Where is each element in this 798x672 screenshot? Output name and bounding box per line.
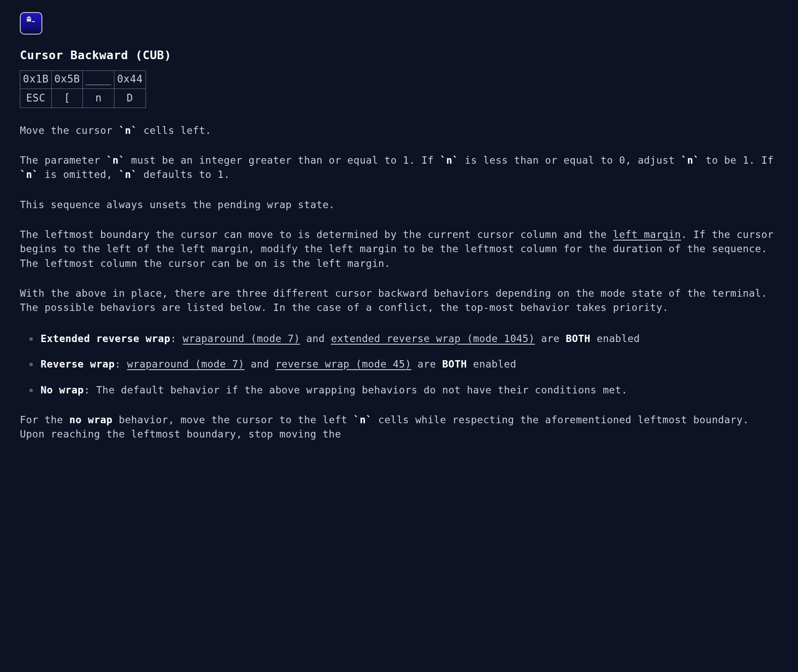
code-n: `n` [119, 169, 137, 180]
para-left-margin: The leftmost boundary the cursor can mov… [20, 228, 778, 271]
no-wrap-label: no wrap [69, 414, 112, 425]
seq-hex-bracket: 0x5B [51, 71, 83, 89]
link-left-margin[interactable]: left margin [613, 229, 681, 240]
behavior-list: Extended reverse wrap: wraparound (mode … [20, 331, 778, 397]
page: Cursor Backward (CUB) 0x1B 0x5B ____ 0x4… [0, 0, 798, 442]
link-mode-45[interactable]: reverse wrap (mode 45) [276, 358, 412, 370]
list-item: No wrap: The default behavior if the abo… [39, 382, 778, 397]
beh-ext-rev-wrap: Extended reverse wrap [41, 333, 170, 344]
para-no-wrap: For the no wrap behavior, move the curso… [20, 413, 778, 442]
seq-chr-param: n [83, 89, 114, 108]
app-logo-link[interactable] [20, 12, 42, 35]
list-item: Reverse wrap: wraparound (mode 7) and re… [39, 356, 778, 371]
page-title: Cursor Backward (CUB) [20, 47, 778, 63]
seq-hex-param: ____ [83, 71, 114, 89]
link-mode-7[interactable]: wraparound (mode 7) [127, 358, 244, 370]
both-label: BOTH [566, 333, 590, 344]
code-n: `n` [681, 155, 700, 166]
code-n: `n` [119, 125, 137, 136]
svg-point-0 [28, 18, 28, 19]
ghost-icon [26, 16, 36, 23]
seq-chr-final: D [114, 89, 146, 108]
both-label: BOTH [442, 358, 467, 370]
sequence-table: 0x1B 0x5B ____ 0x44 ESC [ n D [20, 70, 146, 108]
code-n: `n` [354, 414, 372, 425]
link-mode-1045[interactable]: extended reverse wrap (mode 1045) [331, 333, 535, 344]
code-n: `n` [20, 169, 38, 180]
seq-chr-esc: ESC [20, 89, 52, 108]
para-behaviors-intro: With the above in place, there are three… [20, 286, 778, 315]
para-param: The parameter `n` must be an integer gre… [20, 153, 778, 182]
code-n: `n` [440, 155, 459, 166]
list-item: Extended reverse wrap: wraparound (mode … [39, 331, 778, 346]
beh-rev-wrap: Reverse wrap [41, 358, 115, 370]
svg-rect-2 [32, 21, 35, 22]
para-unset-wrap: This sequence always unsets the pending … [20, 198, 778, 212]
beh-no-wrap: No wrap [41, 384, 84, 396]
seq-chr-bracket: [ [51, 89, 83, 108]
svg-point-1 [29, 18, 30, 19]
link-mode-7[interactable]: wraparound (mode 7) [183, 333, 300, 344]
code-n: `n` [106, 155, 125, 166]
seq-hex-esc: 0x1B [20, 71, 52, 89]
para-move: Move the cursor `n` cells left. [20, 124, 778, 138]
seq-hex-final: 0x44 [114, 71, 146, 89]
